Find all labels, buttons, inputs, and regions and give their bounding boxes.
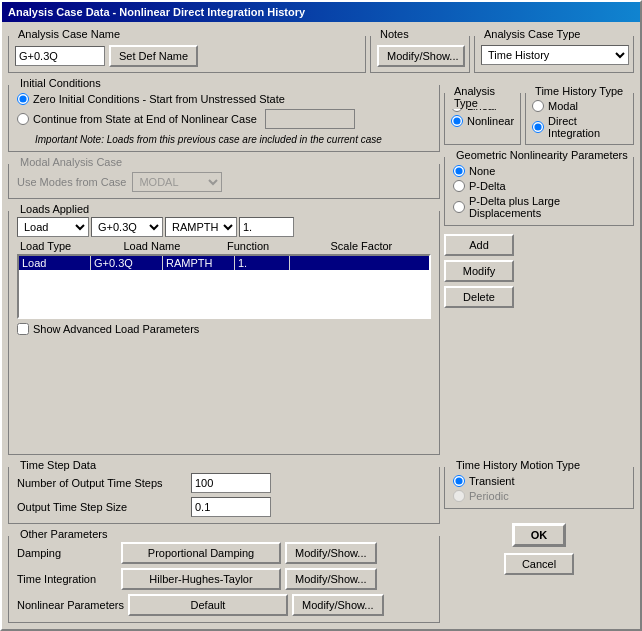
col-header-load-name: Load Name xyxy=(121,239,225,253)
geometric-nonlinearity-label: Geometric Nonlinearity Parameters xyxy=(453,149,631,161)
title-bar: Analysis Case Data - Nonlinear Direct In… xyxy=(2,2,640,22)
notes-label: Notes xyxy=(377,28,412,40)
nonlinear-value-button[interactable]: Default xyxy=(128,594,288,616)
continue-from-state-radio[interactable] xyxy=(17,113,29,125)
continue-from-state-label: Continue from State at End of Nonlinear … xyxy=(33,113,257,125)
analysis-case-type-select[interactable]: Time History Static Modal Response Spect… xyxy=(481,45,629,65)
damping-label: Damping xyxy=(17,547,117,559)
p-delta-large-radio[interactable] xyxy=(453,201,465,213)
transient-radio[interactable] xyxy=(453,475,465,487)
use-modes-label: Use Modes from Case xyxy=(17,176,126,188)
analysis-case-name-label: Analysis Case Name xyxy=(15,28,123,40)
damping-value-button[interactable]: Proportional Damping xyxy=(121,542,281,564)
analysis-type-group: Analysis Type Linear Nonlinear xyxy=(444,93,521,145)
p-delta-label: P-Delta xyxy=(469,180,506,192)
col-header-function: Function xyxy=(224,239,328,253)
transient-label: Transient xyxy=(469,475,514,487)
analysis-type-label: Analysis Type xyxy=(451,85,520,109)
num-output-steps-input[interactable] xyxy=(191,473,271,493)
output-step-size-input[interactable] xyxy=(191,497,271,517)
time-history-type-label: Time History Type xyxy=(532,85,626,97)
direct-integration-label: Direct Integration xyxy=(548,115,627,139)
time-history-type-group: Time History Type Modal Direct Integrati… xyxy=(525,93,634,145)
nonlinear-radio[interactable] xyxy=(451,115,463,127)
loads-applied-group: Loads Applied Load G+0.3Q RAMPTH xyxy=(8,211,440,455)
modal-case-select: MODAL xyxy=(132,172,222,192)
modify-button[interactable]: Modify xyxy=(444,260,514,282)
nonlinear-label: Nonlinear Parameters xyxy=(17,599,124,611)
scale-factor-input[interactable] xyxy=(239,217,294,237)
col-header-scale-factor: Scale Factor xyxy=(328,239,432,253)
title-text: Analysis Case Data - Nonlinear Direct In… xyxy=(8,6,305,18)
time-step-data-label: Time Step Data xyxy=(17,459,99,471)
modal-th-label: Modal xyxy=(548,100,578,112)
initial-conditions-note: Important Note: Loads from this previous… xyxy=(35,134,382,145)
direct-integration-radio[interactable] xyxy=(532,121,544,133)
load-name-select[interactable]: G+0.3Q xyxy=(91,217,163,237)
load-name-cell: G+0.3Q xyxy=(91,256,163,270)
loads-data-area[interactable]: Load G+0.3Q RAMPTH 1. xyxy=(17,254,431,319)
show-advanced-checkbox[interactable] xyxy=(17,323,29,335)
other-parameters-group: Other Parameters Damping Proportional Da… xyxy=(8,536,440,623)
add-button[interactable]: Add xyxy=(444,234,514,256)
periodic-label: Periodic xyxy=(469,490,509,502)
function-cell: RAMPTH xyxy=(163,256,235,270)
none-radio[interactable] xyxy=(453,165,465,177)
time-history-motion-type-label: Time History Motion Type xyxy=(453,459,583,471)
load-type-cell: Load xyxy=(19,256,91,270)
ok-button[interactable]: OK xyxy=(512,523,567,547)
analysis-case-type-label: Analysis Case Type xyxy=(481,28,583,40)
num-output-steps-label: Number of Output Time Steps xyxy=(17,477,187,489)
p-delta-large-label: P-Delta plus Large Displacements xyxy=(469,195,625,219)
time-integration-label: Time Integration xyxy=(17,573,117,585)
nonlinear-label: Nonlinear xyxy=(467,115,514,127)
modal-radio[interactable] xyxy=(532,100,544,112)
modal-analysis-case-group: Modal Analysis Case Use Modes from Case … xyxy=(8,164,440,199)
scale-factor-cell: 1. xyxy=(235,256,290,270)
show-advanced-label: Show Advanced Load Parameters xyxy=(33,323,199,335)
function-select[interactable]: RAMPTH xyxy=(165,217,237,237)
zero-initial-radio[interactable] xyxy=(17,93,29,105)
col-header-load-type: Load Type xyxy=(17,239,121,253)
output-step-size-label: Output Time Step Size xyxy=(17,501,187,513)
cancel-button[interactable]: Cancel xyxy=(504,553,574,575)
continue-case-input xyxy=(265,109,355,129)
analysis-case-type-group: Analysis Case Type Time History Static M… xyxy=(474,36,634,73)
notes-group: Notes Modify/Show... xyxy=(370,36,470,73)
geometric-nonlinearity-group: Geometric Nonlinearity Parameters None P… xyxy=(444,157,634,226)
loads-applied-label: Loads Applied xyxy=(17,203,92,215)
time-integration-value-button[interactable]: Hilber-Hughes-Taylor xyxy=(121,568,281,590)
none-label: None xyxy=(469,165,495,177)
periodic-radio[interactable] xyxy=(453,490,465,502)
nonlinear-modify-button[interactable]: Modify/Show... xyxy=(292,594,384,616)
other-parameters-label: Other Parameters xyxy=(17,528,110,540)
zero-initial-label: Zero Initial Conditions - Start from Uns… xyxy=(33,93,285,105)
notes-modify-show-button[interactable]: Modify/Show... xyxy=(377,45,465,67)
modal-analysis-case-label: Modal Analysis Case xyxy=(17,156,125,168)
time-integration-modify-button[interactable]: Modify/Show... xyxy=(285,568,377,590)
damping-modify-button[interactable]: Modify/Show... xyxy=(285,542,377,564)
set-def-name-button[interactable]: Set Def Name xyxy=(109,45,198,67)
load-type-select[interactable]: Load xyxy=(17,217,89,237)
time-step-data-group: Time Step Data Number of Output Time Ste… xyxy=(8,467,440,524)
initial-conditions-group: Initial Conditions Zero Initial Conditio… xyxy=(8,85,440,152)
time-history-motion-type-group: Time History Motion Type Transient Perio… xyxy=(444,467,634,509)
delete-button[interactable]: Delete xyxy=(444,286,514,308)
loads-data-row[interactable]: Load G+0.3Q RAMPTH 1. xyxy=(19,256,429,270)
main-window: Analysis Case Data - Nonlinear Direct In… xyxy=(0,0,642,631)
p-delta-radio[interactable] xyxy=(453,180,465,192)
initial-conditions-label: Initial Conditions xyxy=(17,77,104,89)
analysis-case-name-group: Analysis Case Name Set Def Name xyxy=(8,36,366,73)
analysis-case-name-input[interactable] xyxy=(15,46,105,66)
